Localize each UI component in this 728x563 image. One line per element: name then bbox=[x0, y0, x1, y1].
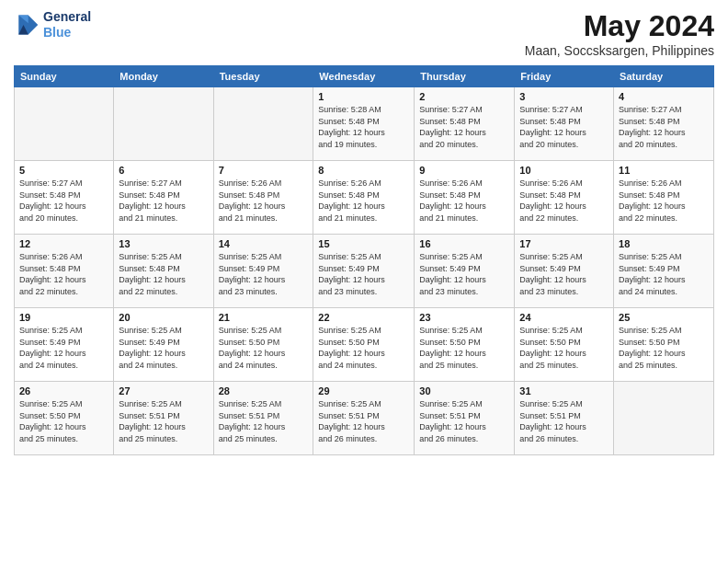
day-number: 14 bbox=[219, 238, 309, 249]
day-cell: 12Sunrise: 5:26 AM Sunset: 5:48 PM Dayli… bbox=[15, 235, 114, 308]
day-cell: 2Sunrise: 5:27 AM Sunset: 5:48 PM Daylig… bbox=[415, 87, 515, 161]
day-cell: 7Sunrise: 5:26 AM Sunset: 5:48 PM Daylig… bbox=[213, 161, 313, 235]
day-number: 9 bbox=[419, 165, 509, 176]
day-cell: 28Sunrise: 5:25 AM Sunset: 5:51 PM Dayli… bbox=[213, 382, 313, 455]
day-number: 8 bbox=[318, 165, 409, 176]
day-header-thursday: Thursday bbox=[415, 66, 515, 87]
day-header-sunday: Sunday bbox=[15, 66, 114, 87]
day-cell: 26Sunrise: 5:25 AM Sunset: 5:50 PM Dayli… bbox=[15, 382, 114, 455]
day-info: Sunrise: 5:25 AM Sunset: 5:51 PM Dayligh… bbox=[318, 398, 409, 444]
day-cell: 9Sunrise: 5:26 AM Sunset: 5:48 PM Daylig… bbox=[415, 161, 515, 235]
logo-line1: General bbox=[43, 9, 91, 25]
day-cell: 31Sunrise: 5:25 AM Sunset: 5:51 PM Dayli… bbox=[515, 382, 614, 455]
day-info: Sunrise: 5:25 AM Sunset: 5:51 PM Dayligh… bbox=[119, 398, 208, 444]
day-header-tuesday: Tuesday bbox=[213, 66, 313, 87]
day-header-friday: Friday bbox=[515, 66, 614, 87]
title-block: May 2024 Maan, Soccsksargen, Philippines bbox=[525, 9, 714, 58]
day-number: 29 bbox=[318, 385, 409, 396]
logo-icon bbox=[14, 12, 40, 38]
day-cell: 22Sunrise: 5:25 AM Sunset: 5:50 PM Dayli… bbox=[313, 308, 415, 382]
day-cell: 5Sunrise: 5:27 AM Sunset: 5:48 PM Daylig… bbox=[15, 161, 114, 235]
day-cell: 21Sunrise: 5:25 AM Sunset: 5:50 PM Dayli… bbox=[213, 308, 313, 382]
day-number: 23 bbox=[419, 312, 509, 323]
day-info: Sunrise: 5:25 AM Sunset: 5:49 PM Dayligh… bbox=[419, 251, 509, 297]
day-number: 1 bbox=[318, 91, 409, 102]
day-info: Sunrise: 5:25 AM Sunset: 5:49 PM Dayligh… bbox=[519, 251, 609, 297]
day-info: Sunrise: 5:25 AM Sunset: 5:49 PM Dayligh… bbox=[619, 251, 709, 297]
day-cell: 15Sunrise: 5:25 AM Sunset: 5:49 PM Dayli… bbox=[313, 235, 415, 308]
week-row-2: 5Sunrise: 5:27 AM Sunset: 5:48 PM Daylig… bbox=[15, 161, 714, 235]
day-info: Sunrise: 5:25 AM Sunset: 5:49 PM Dayligh… bbox=[119, 325, 208, 371]
day-cell: 29Sunrise: 5:25 AM Sunset: 5:51 PM Dayli… bbox=[313, 382, 415, 455]
day-number: 7 bbox=[219, 165, 309, 176]
day-info: Sunrise: 5:25 AM Sunset: 5:49 PM Dayligh… bbox=[318, 251, 409, 297]
calendar-header-row: SundayMondayTuesdayWednesdayThursdayFrid… bbox=[15, 66, 714, 87]
day-info: Sunrise: 5:27 AM Sunset: 5:48 PM Dayligh… bbox=[19, 178, 108, 224]
day-number: 10 bbox=[519, 165, 609, 176]
day-cell: 8Sunrise: 5:26 AM Sunset: 5:48 PM Daylig… bbox=[313, 161, 415, 235]
day-info: Sunrise: 5:27 AM Sunset: 5:48 PM Dayligh… bbox=[119, 178, 208, 224]
week-row-3: 12Sunrise: 5:26 AM Sunset: 5:48 PM Dayli… bbox=[15, 235, 714, 308]
day-cell: 23Sunrise: 5:25 AM Sunset: 5:50 PM Dayli… bbox=[415, 308, 515, 382]
day-number: 30 bbox=[419, 385, 509, 396]
day-number: 17 bbox=[519, 238, 609, 249]
week-row-1: 1Sunrise: 5:28 AM Sunset: 5:48 PM Daylig… bbox=[15, 87, 714, 161]
day-info: Sunrise: 5:28 AM Sunset: 5:48 PM Dayligh… bbox=[318, 104, 409, 150]
day-number: 15 bbox=[318, 238, 409, 249]
week-row-5: 26Sunrise: 5:25 AM Sunset: 5:50 PM Dayli… bbox=[15, 382, 714, 455]
day-header-monday: Monday bbox=[114, 66, 213, 87]
day-info: Sunrise: 5:25 AM Sunset: 5:50 PM Dayligh… bbox=[318, 325, 409, 371]
day-info: Sunrise: 5:26 AM Sunset: 5:48 PM Dayligh… bbox=[419, 178, 509, 224]
day-info: Sunrise: 5:26 AM Sunset: 5:48 PM Dayligh… bbox=[318, 178, 409, 224]
day-cell: 13Sunrise: 5:25 AM Sunset: 5:48 PM Dayli… bbox=[114, 235, 213, 308]
day-number: 21 bbox=[219, 312, 309, 323]
day-cell bbox=[614, 382, 714, 455]
day-cell: 18Sunrise: 5:25 AM Sunset: 5:49 PM Dayli… bbox=[614, 235, 714, 308]
day-number: 3 bbox=[519, 91, 609, 102]
day-number: 6 bbox=[119, 165, 208, 176]
day-number: 25 bbox=[619, 312, 709, 323]
day-number: 22 bbox=[318, 312, 409, 323]
day-cell: 10Sunrise: 5:26 AM Sunset: 5:48 PM Dayli… bbox=[515, 161, 614, 235]
day-info: Sunrise: 5:25 AM Sunset: 5:50 PM Dayligh… bbox=[219, 325, 309, 371]
day-number: 27 bbox=[119, 385, 208, 396]
day-info: Sunrise: 5:25 AM Sunset: 5:50 PM Dayligh… bbox=[619, 325, 709, 371]
day-number: 12 bbox=[19, 238, 108, 249]
calendar: SundayMondayTuesdayWednesdayThursdayFrid… bbox=[14, 65, 714, 455]
day-number: 31 bbox=[519, 385, 609, 396]
day-number: 5 bbox=[19, 165, 108, 176]
day-info: Sunrise: 5:25 AM Sunset: 5:51 PM Dayligh… bbox=[519, 398, 609, 444]
day-number: 16 bbox=[419, 238, 509, 249]
day-info: Sunrise: 5:26 AM Sunset: 5:48 PM Dayligh… bbox=[519, 178, 609, 224]
day-info: Sunrise: 5:25 AM Sunset: 5:51 PM Dayligh… bbox=[419, 398, 509, 444]
day-cell bbox=[213, 87, 313, 161]
day-info: Sunrise: 5:25 AM Sunset: 5:50 PM Dayligh… bbox=[19, 398, 108, 444]
day-info: Sunrise: 5:25 AM Sunset: 5:50 PM Dayligh… bbox=[419, 325, 509, 371]
day-info: Sunrise: 5:26 AM Sunset: 5:48 PM Dayligh… bbox=[619, 178, 709, 224]
logo-text: General Blue bbox=[43, 9, 91, 40]
day-number: 13 bbox=[119, 238, 208, 249]
day-cell: 3Sunrise: 5:27 AM Sunset: 5:48 PM Daylig… bbox=[515, 87, 614, 161]
day-cell: 19Sunrise: 5:25 AM Sunset: 5:49 PM Dayli… bbox=[15, 308, 114, 382]
day-cell: 6Sunrise: 5:27 AM Sunset: 5:48 PM Daylig… bbox=[114, 161, 213, 235]
day-info: Sunrise: 5:26 AM Sunset: 5:48 PM Dayligh… bbox=[19, 251, 108, 297]
day-cell: 27Sunrise: 5:25 AM Sunset: 5:51 PM Dayli… bbox=[114, 382, 213, 455]
header: General Blue May 2024 Maan, Soccsksargen… bbox=[14, 9, 714, 58]
day-cell: 25Sunrise: 5:25 AM Sunset: 5:50 PM Dayli… bbox=[614, 308, 714, 382]
day-cell: 24Sunrise: 5:25 AM Sunset: 5:50 PM Dayli… bbox=[515, 308, 614, 382]
day-info: Sunrise: 5:25 AM Sunset: 5:49 PM Dayligh… bbox=[219, 251, 309, 297]
day-number: 4 bbox=[619, 91, 709, 102]
day-cell: 16Sunrise: 5:25 AM Sunset: 5:49 PM Dayli… bbox=[415, 235, 515, 308]
day-cell: 1Sunrise: 5:28 AM Sunset: 5:48 PM Daylig… bbox=[313, 87, 415, 161]
day-cell: 20Sunrise: 5:25 AM Sunset: 5:49 PM Dayli… bbox=[114, 308, 213, 382]
day-number: 11 bbox=[619, 165, 709, 176]
day-header-wednesday: Wednesday bbox=[313, 66, 415, 87]
subtitle: Maan, Soccsksargen, Philippines bbox=[525, 43, 714, 58]
day-number: 20 bbox=[119, 312, 208, 323]
day-cell: 30Sunrise: 5:25 AM Sunset: 5:51 PM Dayli… bbox=[415, 382, 515, 455]
day-cell: 11Sunrise: 5:26 AM Sunset: 5:48 PM Dayli… bbox=[614, 161, 714, 235]
day-info: Sunrise: 5:25 AM Sunset: 5:51 PM Dayligh… bbox=[219, 398, 309, 444]
day-number: 18 bbox=[619, 238, 709, 249]
day-cell bbox=[114, 87, 213, 161]
day-info: Sunrise: 5:27 AM Sunset: 5:48 PM Dayligh… bbox=[619, 104, 709, 150]
